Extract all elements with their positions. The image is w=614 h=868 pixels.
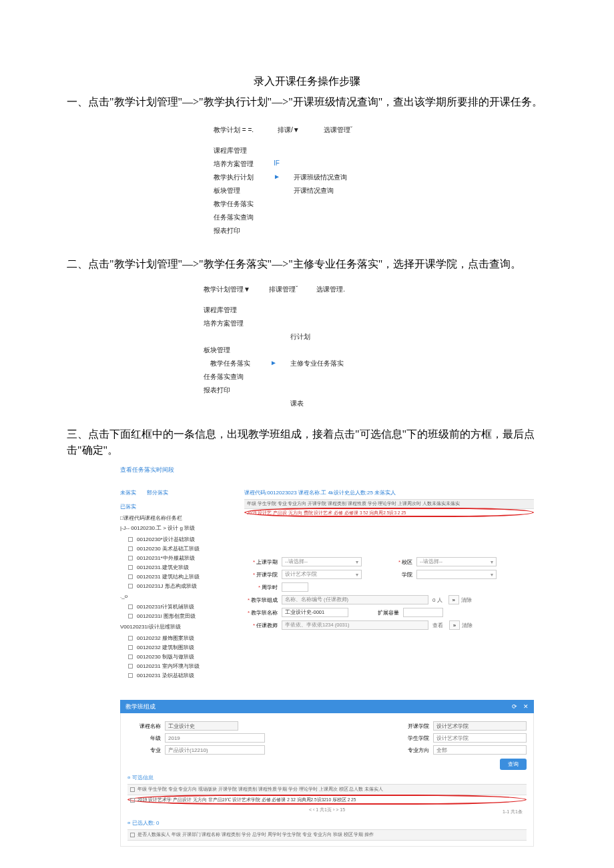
- select-major[interactable]: 产品设计(12210): [165, 745, 265, 755]
- select-year[interactable]: 2019: [165, 733, 265, 743]
- view-button[interactable]: 查看: [432, 622, 443, 629]
- tab-unassigned[interactable]: 未落实: [120, 490, 136, 496]
- menu-item[interactable]: 板块管理: [204, 344, 270, 357]
- select-campus[interactable]: --请选择--: [416, 557, 497, 566]
- menubar-item[interactable]: 排课管理ˇ: [269, 285, 298, 294]
- select-term[interactable]: --请选择--: [282, 557, 362, 566]
- submenu-item[interactable]: 行计划: [290, 330, 310, 344]
- arrow-icon: [274, 184, 294, 197]
- checkbox-icon[interactable]: [128, 673, 133, 678]
- refresh-icon[interactable]: ⟳: [512, 703, 517, 710]
- menu-item[interactable]: 任务落实查询: [214, 211, 274, 224]
- input-capacity[interactable]: [403, 608, 443, 617]
- tree-item[interactable]: 00120232 服饰图案班级: [120, 633, 227, 642]
- select-direction[interactable]: 全部: [433, 745, 527, 755]
- menu-item[interactable]: 板块管理: [214, 184, 274, 197]
- tree-group[interactable]: ._o: [120, 593, 227, 599]
- menubar-item[interactable]: 教学计划管理▼: [204, 285, 250, 294]
- dialog-title: 教学班组成: [125, 703, 156, 711]
- menubar-item[interactable]: 选课管理ˇ: [324, 125, 352, 135]
- clear-button[interactable]: 清除: [462, 622, 473, 629]
- field-course: 工业设计史: [165, 721, 238, 731]
- input-classname[interactable]: 工业设计史-0001: [282, 608, 348, 617]
- menu-item[interactable]: 任务落实查询: [204, 370, 270, 384]
- tree-item-label: 00120231.建筑史班级: [137, 564, 189, 571]
- tree-item-label: 00120231 建筑结构上班级: [137, 573, 200, 580]
- tree-item[interactable]: 00120230 美术基础工班级: [120, 544, 227, 553]
- close-icon[interactable]: ✕: [523, 703, 529, 710]
- checkbox-icon[interactable]: [128, 565, 133, 570]
- menu-item[interactable]: 课程库管理: [204, 304, 270, 317]
- checkbox-icon[interactable]: [128, 655, 133, 659]
- tree-item[interactable]: 00120230*设计基础班级: [120, 534, 227, 544]
- arrow-icon: [270, 317, 290, 330]
- expand-button[interactable]: »: [449, 620, 460, 630]
- input-composition[interactable]: 名称、名称编号 (任课教师): [282, 595, 428, 604]
- input-hours[interactable]: [282, 582, 308, 592]
- submenu-item[interactable]: 主修专业任务落实: [290, 357, 344, 370]
- menu-item[interactable]: 培养方案管理: [214, 157, 274, 171]
- tree-item[interactable]: 00120231 建筑结构上班级: [120, 572, 227, 581]
- tree-item[interactable]: 00120232 建筑制图班级: [120, 642, 227, 652]
- checkbox-icon[interactable]: [128, 574, 133, 579]
- menu-item[interactable]: 报表打印: [214, 224, 274, 238]
- table-row[interactable]: 2019 设计艺 产品设 无方向 费院 设计艺术 必修 必修课 3 52 润典周…: [244, 509, 534, 518]
- tree-item[interactable]: 00120231l 图形创意田级: [120, 611, 227, 620]
- menu-item[interactable]: 教学任务落实: [214, 197, 274, 211]
- menu-item[interactable]: 课程库管理: [214, 144, 274, 157]
- menu-item[interactable]: 报表打印: [204, 384, 270, 397]
- menu-item[interactable]: 教学执行计划: [214, 171, 274, 184]
- menu-item[interactable]: 培养方案管理: [204, 317, 270, 330]
- tree-item-label: 00120231 室内环境与班级: [137, 663, 200, 670]
- dialog-titlebar: 教学班组成 ⟳ ✕: [120, 700, 534, 713]
- table-row[interactable]: 2019 设计艺术学 产品设计 无方向 非产品19℃ 设计艺术学院 必修 必修课…: [127, 795, 527, 805]
- submenu-item[interactable]: 课表: [290, 397, 304, 410]
- checkbox-all[interactable]: [130, 833, 135, 837]
- select-college[interactable]: 设计艺术学院: [282, 570, 362, 579]
- submenu-item[interactable]: 开课班级情况查询: [294, 171, 347, 184]
- arrow-icon: [270, 384, 290, 397]
- menubar-item[interactable]: 排课/▼: [278, 125, 300, 135]
- tab-partial[interactable]: 部分落实: [147, 490, 168, 496]
- select-dept[interactable]: [416, 570, 497, 579]
- checkbox-row[interactable]: [130, 798, 135, 803]
- menu-item[interactable]: 教学任务落实: [204, 357, 270, 370]
- tree-item[interactable]: 00120231J 形态构成班级: [120, 581, 227, 590]
- link-view-time[interactable]: 查看任务落实时间段: [120, 466, 534, 474]
- checkbox-icon[interactable]: [128, 636, 133, 640]
- menubar-item[interactable]: 选课管理.: [316, 285, 345, 294]
- tree-item-label: 00120232 服饰图案班级: [137, 634, 194, 642]
- tree-item[interactable]: 00120231 室内环境与班级: [120, 661, 227, 671]
- section-selected: ¤ 已选人数: 0: [127, 819, 527, 827]
- select-student-college[interactable]: 设计艺术学院: [433, 733, 527, 743]
- tree-item[interactable]: 00120231 染织基础班级: [120, 671, 227, 680]
- tree-item[interactable]: 00120231*中外服裁班级: [120, 553, 227, 562]
- query-button[interactable]: 查询: [500, 759, 527, 770]
- clear-button[interactable]: 清除: [461, 596, 472, 604]
- label-college: 开课学院: [256, 572, 278, 578]
- checkbox-icon[interactable]: [128, 614, 133, 618]
- submenu-item[interactable]: 开课情况查询: [294, 184, 334, 197]
- tree-item-label: 00120231 染织基础班级: [137, 672, 194, 679]
- checkbox-icon[interactable]: [128, 537, 133, 542]
- checkbox-icon[interactable]: [128, 556, 133, 560]
- tree-group[interactable]: V00120231l设计思维班级: [120, 623, 227, 630]
- arrow-icon: IF: [274, 157, 294, 171]
- checkbox-icon[interactable]: [128, 664, 133, 669]
- expand-button[interactable]: »: [448, 595, 459, 604]
- checkbox-icon[interactable]: [128, 584, 133, 588]
- tab-assigned[interactable]: 已落实: [120, 503, 227, 510]
- tree-item[interactable]: 00120231f计算机辅班级: [120, 602, 227, 611]
- checkbox-icon[interactable]: [128, 546, 133, 551]
- tree-item[interactable]: 00120231.建筑史班级: [120, 562, 227, 572]
- menubar-item[interactable]: 教学计划 = =.: [214, 125, 254, 135]
- tree-item-label: 00120230 美术基础工班级: [137, 545, 200, 552]
- checkbox-icon[interactable]: [128, 604, 133, 609]
- label-student-college: 学生学院: [396, 735, 433, 742]
- tree-group[interactable]: |-J-- 00120230.工 > 设计 g 班级: [120, 524, 227, 532]
- tree-item[interactable]: 00120230 制版与做班级: [120, 652, 227, 661]
- input-teacher[interactable]: 李依依、李依依1234 (0031): [282, 620, 428, 630]
- checkbox-all[interactable]: [130, 787, 135, 792]
- section-optional: ¤ 可选信息: [127, 774, 527, 781]
- checkbox-icon[interactable]: [128, 645, 133, 650]
